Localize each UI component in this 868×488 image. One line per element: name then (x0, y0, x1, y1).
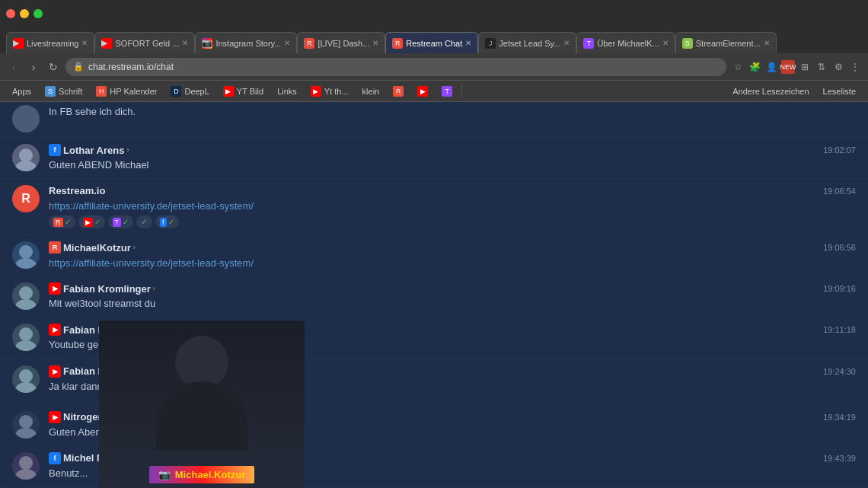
tab-sofort[interactable]: ▶ SOFORT Geld ... ✕ (94, 32, 195, 53)
bookmark-schrift-icon: S (45, 86, 56, 97)
nav-bar: ‹ › ↻ 🔒 chat.restream.io/chat ☆ 🧩 👤 NEW … (0, 53, 868, 81)
forward-button[interactable]: › (26, 59, 41, 75)
chat-message-0: In FB sehe ich dich. (0, 102, 868, 138)
bookmark-ytth-label: Yt th... (324, 87, 349, 96)
tab-livestreaming[interactable]: ▶ Livestreaming ✕ (6, 32, 94, 53)
tab-michaelk[interactable]: T Über MichaelK... ✕ (576, 32, 675, 53)
extension-icon[interactable]: 🧩 (748, 60, 761, 74)
reaction-yt: ▶ ✓ (78, 215, 105, 228)
grid-icon[interactable]: ⊞ (798, 60, 812, 74)
streamer-label: 📷 Michael.Kotzur (149, 466, 254, 483)
reaction-check-fb: ✓ (168, 218, 174, 226)
platform-badge-fb-8: f (49, 452, 61, 464)
bookmark-links[interactable]: Links (271, 85, 303, 98)
tab-favicon-rs2: R (392, 38, 403, 49)
tab-favicon-tw1: T (583, 38, 594, 49)
tab-streamelements[interactable]: S StreamElement... ✕ (675, 32, 777, 53)
avatar-2: R (12, 185, 40, 212)
reaction-rs: R ✓ (49, 215, 75, 228)
tab-close-sc1[interactable]: ✕ (182, 39, 188, 47)
ig-icon: 📷 (158, 469, 171, 480)
bookmark-star-icon[interactable]: ☆ (731, 60, 745, 74)
svg-point-2 (19, 245, 33, 259)
svg-point-8 (19, 369, 33, 383)
tab-favicon-ig1: 📷 (202, 38, 212, 49)
minimize-button[interactable] (20, 9, 29, 18)
bookmark-tw-icon[interactable]: T (436, 84, 458, 99)
msg-header-2: Restream.io 19:06:54 (49, 185, 856, 196)
address-bar[interactable]: 🔒 chat.restream.io/chat (65, 58, 726, 76)
reaction-check-tw: ✓ (123, 218, 129, 226)
tab-close-yt1[interactable]: ✕ (81, 39, 88, 47)
tab-label-rs2: Restream Chat (406, 39, 462, 48)
puzzle-icon[interactable]: ⚙ (831, 60, 845, 74)
back-button[interactable]: ‹ (6, 59, 21, 75)
tab-close-se1[interactable]: ✕ (764, 39, 770, 47)
reaction-tw: T ✓ (108, 215, 134, 228)
bookmark-deepl[interactable]: D DeepL (164, 84, 215, 99)
msg-text-1: Guten ABEND Michael (49, 158, 856, 172)
tab-jetset[interactable]: J Jetset Lead Sy... ✕ (478, 32, 576, 53)
tab-close-ig1[interactable]: ✕ (284, 39, 290, 47)
bookmark-apps[interactable]: Apps (6, 85, 37, 98)
bookmark-ytbild[interactable]: ▶ YT Bild (217, 84, 270, 99)
platform-badge-fb-1: f (49, 144, 61, 156)
msg-link-3[interactable]: https://affiliate-university.de/jetset-l… (49, 257, 254, 269)
menu-icon[interactable]: ⋮ (848, 60, 862, 74)
avatar-7 (12, 411, 40, 439)
tab-live-dash[interactable]: R [LIVE] Dash... ✕ (297, 32, 385, 53)
tab-close-rs2[interactable]: ✕ (465, 39, 471, 47)
reaction-rs-icon: R (53, 218, 63, 227)
bookmark-leseliste[interactable]: Leseliste (817, 85, 862, 98)
sync-icon[interactable]: ⇅ (815, 60, 828, 74)
bookmark-kalender[interactable]: H HP Kalender (90, 84, 163, 99)
msg-link-2[interactable]: https://affiliate-university.de/jetset-l… (49, 200, 254, 212)
tab-restream-chat[interactable]: R Restream Chat ✕ (385, 32, 478, 53)
reaction-check-rs: ✓ (65, 218, 71, 226)
msg-time-5: 19:11:18 (823, 325, 856, 334)
svg-point-12 (19, 456, 33, 470)
profile-icon[interactable]: 👤 (764, 60, 778, 74)
refresh-button[interactable]: ↻ (46, 59, 61, 75)
bookmark-rs-icon[interactable]: R (387, 84, 410, 99)
msg-content-2: Restream.io 19:06:54 https://affiliate-u… (49, 185, 856, 228)
bookmark-ytth[interactable]: ▶ Yt th... (305, 84, 355, 99)
bookmark-klein[interactable]: klein (356, 85, 386, 98)
news-icon[interactable]: NEW (781, 60, 795, 74)
msg-name-3: MichaelKotzur (63, 242, 131, 254)
msg-header-4: ▶ Fabian Kromlinger › 19:09:16 (49, 282, 856, 295)
bookmark-schrift[interactable]: S Schrift (39, 84, 88, 99)
msg-name-2: Restream.io (49, 185, 105, 196)
close-button[interactable] (6, 9, 15, 18)
tab-close-tw1[interactable]: ✕ (662, 39, 669, 47)
person-body (152, 336, 251, 450)
traffic-lights (6, 9, 43, 18)
tab-instagram[interactable]: 📷 Instagram Story... ✕ (195, 32, 297, 53)
chat-wrapper: In FB sehe ich dich. f Lothar Arens › 19 (0, 102, 868, 488)
bookmark-yt-icon[interactable]: ▶ (411, 84, 434, 99)
reaction-check-icon2: ✓ (141, 217, 148, 227)
bm-separator (461, 85, 462, 98)
title-bar (0, 0, 868, 27)
browser-chrome: ▶ Livestreaming ✕ ▶ SOFORT Geld ... ✕ 📷 … (0, 0, 868, 102)
bookmark-andere[interactable]: Andere Lesezeichen (726, 85, 815, 98)
svg-point-1 (15, 161, 37, 171)
streamer-overlay: 📷 Michael.Kotzur (99, 321, 305, 488)
reaction-fb-icon: f (160, 218, 167, 227)
tab-favicon-yt1: ▶ (13, 38, 24, 49)
bookmarks-bar: Apps S Schrift H HP Kalender D DeepL ▶ Y… (0, 81, 868, 102)
msg-time-7: 19:34:19 (823, 413, 856, 422)
maximize-button[interactable] (34, 9, 43, 18)
tab-close-rs1[interactable]: ✕ (372, 39, 378, 47)
tab-label-se1: StreamElement... (696, 39, 761, 48)
lock-icon: 🔒 (73, 62, 84, 72)
bookmark-kalender-icon: H (96, 86, 107, 97)
tab-favicon-sc1: ▶ (101, 38, 112, 49)
platform-badge-rs-3: R (49, 241, 61, 254)
chat-message-3: R MichaelKotzur › 19:06:56 https://affil… (0, 235, 868, 276)
tab-close-js1[interactable]: ✕ (563, 39, 570, 47)
bookmark-andere-label: Andere Lesezeichen (732, 87, 809, 96)
msg-time-3: 19:06:56 (823, 243, 856, 252)
nav-icons: ☆ 🧩 👤 NEW ⊞ ⇅ ⚙ ⋮ (731, 60, 862, 74)
svg-point-6 (19, 327, 33, 341)
